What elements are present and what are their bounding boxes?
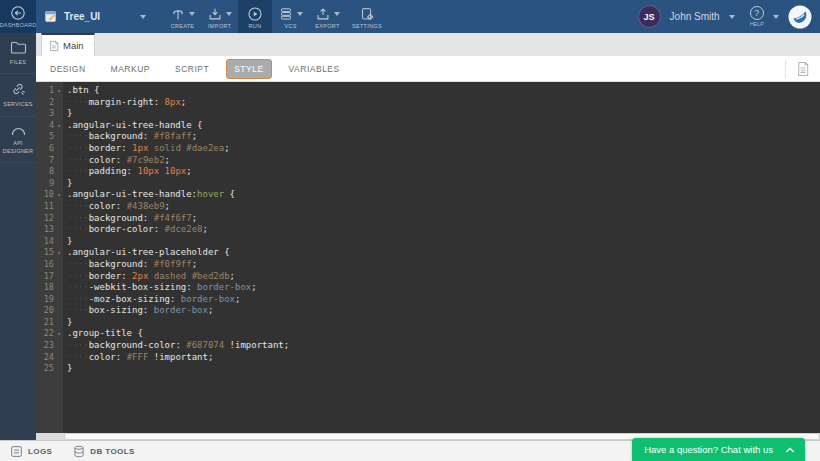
code-line: 2····margin-right: 8px; <box>36 97 820 109</box>
settings-icon <box>359 6 375 22</box>
code-line: 19····-moz-box-sizing: border-box; <box>36 294 820 306</box>
create-button[interactable]: CREATE <box>164 0 201 33</box>
code-line: 4.angular-ui-tree-handle { <box>36 120 820 132</box>
help-label: HELP <box>750 21 764 27</box>
fold-toggle-icon <box>55 247 63 259</box>
chevron-up-icon <box>785 446 795 454</box>
project-name: Tree_UI <box>64 11 134 22</box>
tab-design[interactable]: DESIGN <box>42 59 94 79</box>
import-button[interactable]: IMPORT <box>201 0 238 33</box>
fold-toggle-icon <box>55 85 63 97</box>
user-name: John Smith <box>670 11 720 22</box>
code-line: 21} <box>36 317 820 329</box>
project-selector[interactable]: Tree_UI <box>36 0 154 33</box>
tab-variables[interactable]: VARIABLES <box>281 59 348 79</box>
folder-icon <box>10 40 27 55</box>
sidebar-item-label: API DESIGNER <box>1 139 35 156</box>
gutter-cell: 9 <box>36 178 63 190</box>
chevron-down-icon <box>297 12 303 16</box>
gutter-cell[interactable]: 10 <box>36 189 63 201</box>
code-line: 17····border: 2px dashed #bed2db; <box>36 271 820 283</box>
hammer-icon <box>170 6 186 22</box>
logs-label: LOGS <box>28 447 52 456</box>
code-line: 8····padding: 10px 10px; <box>36 166 820 178</box>
gutter-cell: 19 <box>36 294 63 306</box>
gutter-cell[interactable]: 1 <box>36 85 63 97</box>
gutter-cell: 18 <box>36 282 63 294</box>
chat-widget-button[interactable]: Have a question? Chat with us <box>632 438 805 461</box>
code-line: 13····border-color: #dce2e8; <box>36 224 820 236</box>
export-button[interactable]: EXPORT <box>309 0 346 33</box>
project-icon <box>43 9 58 24</box>
chevron-down-icon <box>334 12 340 16</box>
chat-label: Have a question? Chat with us <box>644 444 773 455</box>
code-line: 7····color: #7c9eb2; <box>36 155 820 167</box>
tab-main[interactable]: Main <box>41 33 95 56</box>
gutter-cell: 12 <box>36 213 63 225</box>
run-button[interactable]: RUN <box>238 0 272 33</box>
tab-main-label: Main <box>63 40 84 51</box>
studio-app: DASHBOARD Tree_UI <box>0 0 820 461</box>
help-button[interactable]: ? HELP <box>750 6 764 27</box>
editor-panel: Main DESIGN MARKUP SCRIPT STYLE VARIABLE… <box>36 33 820 440</box>
vcs-label: VCS <box>284 23 296 29</box>
gutter-cell: 8 <box>36 166 63 178</box>
gutter-cell[interactable]: 15 <box>36 247 63 259</box>
settings-button[interactable]: SETTINGS <box>346 0 388 33</box>
chevron-down-icon[interactable] <box>773 15 779 19</box>
code-editor[interactable]: 1.btn {2····margin-right: 8px;3}4.angula… <box>36 82 820 433</box>
sidebar-item-label: SERVICES <box>3 100 32 108</box>
gutter-cell: 24 <box>36 352 63 364</box>
document-icon <box>796 61 810 77</box>
services-icon <box>10 81 26 97</box>
gutter-cell: 2 <box>36 97 63 109</box>
db-tools-label: DB TOOLS <box>90 447 134 456</box>
create-label: CREATE <box>171 23 195 29</box>
topbar-right: JS John Smith ? HELP <box>638 0 820 33</box>
wavemaker-logo-icon[interactable] <box>788 5 812 29</box>
sidebar-item-services[interactable]: SERVICES <box>0 74 36 116</box>
settings-label: SETTINGS <box>352 23 382 29</box>
logs-button[interactable]: LOGS <box>10 445 52 458</box>
vcs-icon <box>278 6 294 22</box>
chevron-down-icon[interactable] <box>729 15 735 19</box>
dashboard-button[interactable]: DASHBOARD <box>0 0 36 33</box>
chevron-down-icon <box>140 15 146 19</box>
gutter-cell[interactable]: 4 <box>36 120 63 132</box>
code-line: 9} <box>36 178 820 190</box>
db-tools-button[interactable]: DB TOOLS <box>73 445 134 458</box>
gutter-cell: 3 <box>36 108 63 120</box>
editor-mode-tabs: DESIGN MARKUP SCRIPT STYLE VARIABLES <box>36 56 820 82</box>
tab-markup[interactable]: MARKUP <box>103 59 158 79</box>
code-line: 1.btn { <box>36 85 820 97</box>
sidebar-item-files[interactable]: FILES <box>0 33 36 74</box>
left-sidebar: FILES SERVICES <box>0 33 36 440</box>
gutter-cell: 13 <box>36 224 63 236</box>
tab-style[interactable]: STYLE <box>226 59 271 79</box>
gutter-cell[interactable]: 22 <box>36 328 63 340</box>
avatar[interactable]: JS <box>638 5 661 28</box>
database-icon <box>73 445 85 458</box>
code-line: 3} <box>36 108 820 120</box>
vcs-button[interactable]: VCS <box>272 0 309 33</box>
gutter-cell: 6 <box>36 143 63 155</box>
gutter-cell: 20 <box>36 305 63 317</box>
code-line: 22.group-title { <box>36 328 820 340</box>
gutter-cell: 21 <box>36 317 63 329</box>
code-line: 6····border: 1px solid #dae2ea; <box>36 143 820 155</box>
dashboard-label: DASHBOARD <box>0 22 36 28</box>
code-line: 14} <box>36 236 820 248</box>
gutter-cell: 7 <box>36 155 63 167</box>
file-diff-button[interactable] <box>785 60 820 78</box>
gutter-cell: 16 <box>36 259 63 271</box>
code-line: 23····background-color: #687074 !importa… <box>36 340 820 352</box>
code-line: 18····-webkit-box-sizing: border-box; <box>36 282 820 294</box>
tab-script[interactable]: SCRIPT <box>167 59 217 79</box>
run-label: RUN <box>249 23 262 29</box>
logs-icon <box>10 445 23 458</box>
sidebar-item-api-designer[interactable]: API DESIGNER <box>0 117 36 164</box>
page-tabbar: Main <box>36 33 820 56</box>
import-label: IMPORT <box>208 23 231 29</box>
gutter-cell: 25 <box>36 363 63 375</box>
gutter-cell: 23 <box>36 340 63 352</box>
